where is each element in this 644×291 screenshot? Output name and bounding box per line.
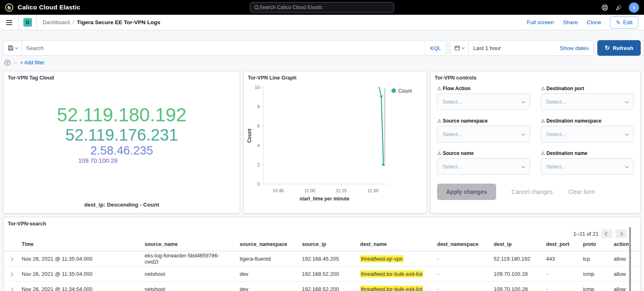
tagcloud-term[interactable]: 52.119.176.231 xyxy=(4,126,240,144)
user-avatar[interactable]: t xyxy=(629,2,639,13)
edit-button[interactable]: ✎ Edit xyxy=(610,16,638,29)
refresh-icon: ↻ xyxy=(605,44,610,52)
control-field-destination-port: ⚠Destination port Select... xyxy=(541,86,634,110)
chevron-right-icon xyxy=(619,232,623,236)
date-picker: Last 1 hour Show dates xyxy=(450,40,594,56)
svg-text:8: 8 xyxy=(257,104,260,109)
save-icon xyxy=(8,45,14,51)
page-title: Tigera Secure EE Tor-VPN Logs xyxy=(77,19,161,25)
control-field-destination-namespace: ⚠Destination namespace Select... xyxy=(541,118,634,142)
calendar-icon xyxy=(454,45,460,51)
menu-button[interactable] xyxy=(0,15,19,30)
expand-row-button[interactable] xyxy=(4,266,18,282)
line-chart[interactable]: 024681010:4511:0011:1511:30start_time pe… xyxy=(246,82,418,204)
control-field-flow-action: ⚠Flow Action Select... xyxy=(437,86,530,110)
global-search[interactable] xyxy=(250,2,394,13)
clone-button[interactable]: Clone xyxy=(587,19,601,25)
time-range-value[interactable]: Last 1 hour xyxy=(469,45,506,51)
calico-logo-icon[interactable] xyxy=(5,3,14,12)
warning-icon: ⚠ xyxy=(541,86,545,91)
tagcloud-term[interactable]: 2.58.46.235 xyxy=(4,144,240,157)
saved-query-button[interactable] xyxy=(4,41,22,55)
warning-icon: ⚠ xyxy=(541,150,545,156)
chevron-down-icon xyxy=(522,132,526,136)
svg-text:4: 4 xyxy=(257,143,260,148)
clear-form-button[interactable]: Clear form xyxy=(568,189,595,195)
share-button[interactable]: Share xyxy=(563,19,578,25)
chevron-right-icon xyxy=(9,257,13,261)
col-proto: proto xyxy=(580,239,610,251)
panel-title: Tor-VPN-search xyxy=(4,217,640,227)
col-action: action xyxy=(610,239,640,251)
global-search-input[interactable] xyxy=(259,5,390,10)
svg-text:10:45: 10:45 xyxy=(272,188,284,193)
expand-row-button[interactable] xyxy=(4,282,18,291)
destination-port-select[interactable]: Select... xyxy=(541,93,634,110)
svg-text:11:00: 11:00 xyxy=(304,188,315,193)
col-dest-ip: dest_ip xyxy=(490,239,543,251)
show-dates-button[interactable]: Show dates xyxy=(560,45,594,51)
prev-page-button[interactable] xyxy=(601,229,612,238)
chevron-right-icon xyxy=(9,272,13,276)
hamburger-icon xyxy=(6,19,12,26)
destination-namespace-select[interactable]: Select... xyxy=(541,126,634,142)
linegraph-panel: Tor-VPN Line Graph 024681010:4511:0011:1… xyxy=(243,71,427,214)
highlighted-dest-name: threatfeed.tor-bulk-exit-list xyxy=(360,286,423,291)
expand-row-button[interactable] xyxy=(4,251,18,266)
news-party-popper-icon[interactable] xyxy=(615,4,622,11)
svg-text:6: 6 xyxy=(257,123,260,128)
svg-text:11:30: 11:30 xyxy=(367,188,379,193)
chevron-down-icon xyxy=(462,46,465,49)
source-name-select[interactable]: Select... xyxy=(437,158,530,175)
col-source-name: source_name xyxy=(141,239,236,251)
page-count: 1–21 of 21 xyxy=(574,231,599,237)
query-area: KQL Last 1 hour Show dates ↻ Refresh xyxy=(0,30,644,66)
chevron-left-icon xyxy=(605,232,609,236)
kql-button[interactable]: KQL xyxy=(424,41,446,55)
pagination: 1–21 of 21 xyxy=(4,227,640,239)
kql-search-bar: KQL xyxy=(3,40,447,56)
breadcrumb-dashboard-link[interactable]: Dashboard xyxy=(43,19,70,25)
chevron-down-icon xyxy=(625,132,629,136)
source-namespace-select[interactable]: Select... xyxy=(437,126,530,142)
full-screen-button[interactable]: Full screen xyxy=(527,19,554,25)
add-filter-button[interactable]: + Add filter xyxy=(20,60,44,66)
chevron-down-icon xyxy=(522,164,526,168)
flow-action-select[interactable]: Select... xyxy=(437,93,530,110)
next-page-button[interactable] xyxy=(615,229,626,238)
pencil-icon: ✎ xyxy=(616,19,620,26)
svg-text:2: 2 xyxy=(257,162,260,167)
table-scrollbar[interactable] xyxy=(629,227,631,291)
refresh-button[interactable]: ↻ Refresh xyxy=(597,40,641,56)
dashboard-badge[interactable]: D xyxy=(23,18,32,27)
help-icon[interactable] xyxy=(601,4,608,11)
control-field-source-namespace: ⚠Source namespace Select... xyxy=(437,118,530,142)
controls-panel: Tor-VPN controls ⚠Flow Action Select... … xyxy=(430,71,641,214)
chevron-down-icon xyxy=(625,99,629,103)
chevron-right-icon xyxy=(9,287,13,291)
col-source-namespace: source_namespace xyxy=(236,239,299,251)
svg-text:11:15: 11:15 xyxy=(336,188,347,193)
query-search-input[interactable] xyxy=(22,45,424,51)
tagcloud-term[interactable]: 109.70.100.28 xyxy=(0,157,216,164)
cancel-changes-button[interactable]: Cancel changes xyxy=(512,189,553,195)
panel-title: Tor-VPN Line Graph xyxy=(244,71,426,81)
svg-text:0: 0 xyxy=(257,182,260,186)
calendar-button[interactable] xyxy=(450,41,469,55)
svg-text:10: 10 xyxy=(255,85,260,90)
destination-name-select[interactable]: Select... xyxy=(541,158,634,175)
svg-text:Count: Count xyxy=(398,88,412,94)
chevron-down-icon xyxy=(15,46,18,49)
table-header-row: Time source_name source_namespace source… xyxy=(4,239,640,251)
panels-row: Tor-VPN Tag Cloud 52.119.180.192 52.119.… xyxy=(3,71,641,214)
warning-icon: ⚠ xyxy=(437,86,442,91)
apply-changes-button[interactable]: Apply changes xyxy=(437,184,496,200)
filter-icon[interactable] xyxy=(4,59,11,66)
col-source-ip: source_ip xyxy=(299,239,357,251)
control-field-source-name: ⚠Source name Select... xyxy=(437,150,530,175)
tagcloud-term[interactable]: 52.119.180.192 xyxy=(4,105,240,126)
col-dest-name: dest_name xyxy=(357,239,434,251)
tagcloud-panel: Tor-VPN Tag Cloud 52.119.180.192 52.119.… xyxy=(3,71,240,214)
panel-title: Tor-VPN controls xyxy=(431,71,640,81)
filter-row: – + Add filter xyxy=(4,59,640,66)
